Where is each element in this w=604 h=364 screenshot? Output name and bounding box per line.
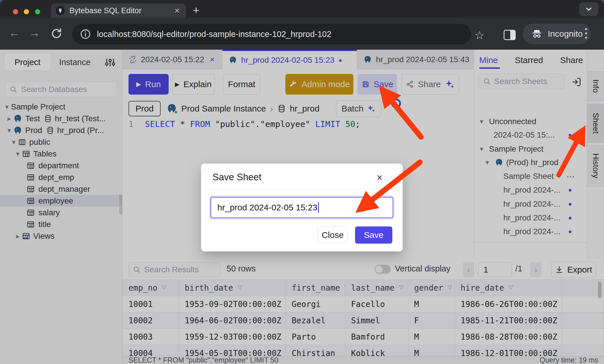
site-info-icon[interactable] bbox=[80, 28, 91, 40]
save-sheet-dialog: Save Sheet × hr_prod 2024-02-05 15:23 Cl… bbox=[201, 164, 403, 251]
sheet-name-value: hr_prod 2024-02-05 15:23 bbox=[217, 203, 317, 212]
dialog-close-icon[interactable]: × bbox=[377, 172, 383, 184]
tab-search-chevron-button[interactable] bbox=[579, 2, 598, 16]
incognito-label: Incognito bbox=[548, 29, 583, 39]
window-titlebar: Bytebase SQL Editor × + bbox=[0, 0, 604, 18]
browser-tab-close-icon[interactable]: × bbox=[173, 6, 181, 15]
incognito-badge: Incognito bbox=[523, 24, 591, 44]
browser-tab[interactable]: Bytebase SQL Editor × bbox=[51, 3, 186, 18]
dialog-save-button[interactable]: Save bbox=[355, 226, 392, 244]
sheet-name-input[interactable]: hr_prod 2024-02-05 15:23 bbox=[211, 197, 393, 218]
dialog-close-button[interactable]: Close bbox=[318, 226, 348, 244]
new-tab-button[interactable]: + bbox=[193, 5, 199, 15]
incognito-icon bbox=[531, 28, 543, 40]
dialog-title: Save Sheet bbox=[213, 172, 262, 183]
url-text: localhost:8080/sql-editor/prod-sample-in… bbox=[97, 30, 331, 39]
browser-toolbar: ← → localhost:8080/sql-editor/prod-sampl… bbox=[0, 18, 604, 50]
side-panel-icon[interactable] bbox=[504, 30, 516, 40]
address-bar[interactable]: localhost:8080/sql-editor/prod-sample-in… bbox=[72, 24, 471, 44]
window-close-button[interactable] bbox=[13, 9, 18, 14]
browser-menu-icon[interactable] bbox=[585, 28, 587, 39]
window-zoom-button[interactable] bbox=[35, 9, 40, 14]
browser-tab-title: Bytebase SQL Editor bbox=[69, 6, 173, 15]
window-minimize-button[interactable] bbox=[24, 9, 29, 14]
back-icon[interactable]: ← bbox=[9, 26, 20, 39]
text-cursor bbox=[318, 202, 319, 213]
forward-icon[interactable]: → bbox=[29, 26, 40, 39]
dialog-divider bbox=[208, 189, 396, 189]
bookmark-star-icon[interactable]: ☆ bbox=[474, 29, 485, 42]
chevron-down-icon bbox=[584, 5, 593, 13]
bytebase-favicon bbox=[56, 6, 65, 15]
reload-icon[interactable] bbox=[50, 28, 63, 40]
